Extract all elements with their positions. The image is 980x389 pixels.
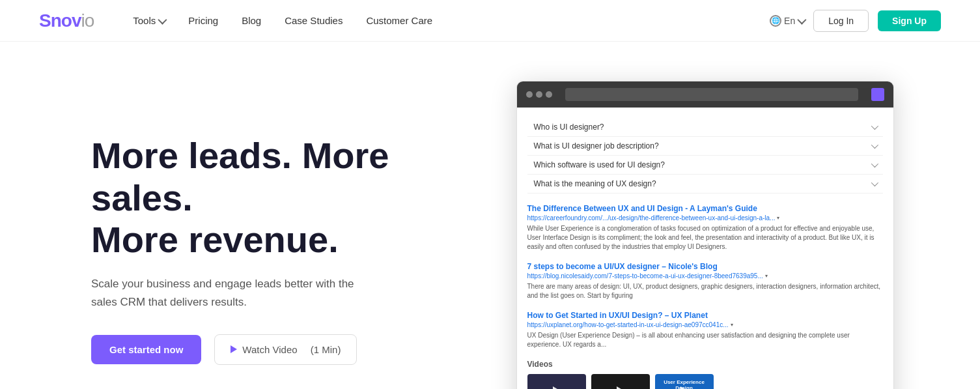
video-thumb-2: 11:20 [591,374,650,389]
header: Snovio Tools Pricing Blog Case Studies C… [0,0,980,42]
nav-blog[interactable]: Blog [242,15,261,26]
browser-url-bar [565,88,858,101]
get-started-button[interactable]: Get started now [91,335,201,364]
videos-label: Videos [527,360,883,369]
hero-section: More leads. More sales. More revenue. Sc… [0,42,980,389]
main-nav: Tools Pricing Blog Case Studies Customer… [133,15,770,26]
faq-item: Which software is used for UI design? [527,156,883,175]
video-thumb-1: 15:30 [527,374,586,389]
hero-actions: Get started now Watch Video (1 Min) [91,334,430,365]
header-right: 🌐 En Log In Sign Up [770,10,941,32]
browser-window: Who is UI designer? What is UI designer … [516,81,894,389]
browser-content: Who is UI designer? What is UI designer … [517,108,893,389]
video-thumb-3: User Experience Design UDACITY 2:57 [655,374,714,389]
faq-chevron-icon [871,179,878,186]
dot-3 [546,91,552,98]
browser-bar [517,81,893,108]
chevron-down-icon [798,15,807,24]
play-icon [553,386,561,389]
watch-duration: (1 Min) [311,344,341,355]
nav-pricing[interactable]: Pricing [188,15,218,26]
faq-chevron-icon [871,122,878,130]
watch-label: Watch Video [242,344,297,355]
logo-text: Snov [39,10,81,31]
faq-chevron-icon [871,141,878,149]
arrow-icon: ▾ [731,322,733,328]
nav-case-studies[interactable]: Case Studies [285,15,343,26]
faq-item: Who is UI designer? [527,118,883,137]
globe-icon: 🌐 [770,15,781,27]
video-label: User Experience Design [655,379,714,389]
language-selector[interactable]: 🌐 En [770,15,804,27]
play-icon [617,386,624,389]
search-result-2: 7 steps to become a UI/UX designer – Nic… [527,262,883,300]
logo[interactable]: Snovio [39,10,94,31]
arrow-icon: ▾ [777,215,779,221]
login-button[interactable]: Log In [813,10,869,32]
faq-item: What is UI designer job description? [527,137,883,156]
faq-chevron-icon [871,160,878,167]
hero-subtitle: Scale your business and engage leads bet… [91,275,378,310]
dot-2 [536,91,542,98]
faq-section: Who is UI designer? What is UI designer … [527,118,883,194]
dot-1 [526,91,533,98]
faq-item: What is the meaning of UX design? [527,175,883,194]
signup-button[interactable]: Sign Up [878,10,941,31]
chevron-down-icon [158,15,167,24]
watch-video-button[interactable]: Watch Video (1 Min) [214,334,357,365]
search-result-3: How to Get Started in UX/UI Design? – UX… [527,311,883,349]
hero-image: Who is UI designer? What is UI designer … [430,81,941,389]
logo-suffix: io [81,10,94,31]
nav-tools[interactable]: Tools [133,15,165,26]
arrow-icon: ▾ [765,273,768,279]
nav-customer-care[interactable]: Customer Care [366,15,432,26]
video-thumbnails: 15:30 11:20 User Experience Design UDACI… [527,374,883,389]
browser-extension-icon [871,88,884,101]
hero-title: More leads. More sales. More revenue. [91,135,430,261]
search-result-1: The Difference Between UX and UI Design … [527,204,883,252]
hero-text: More leads. More sales. More revenue. Sc… [91,135,430,365]
browser-dots [526,91,552,98]
play-icon [231,345,237,353]
